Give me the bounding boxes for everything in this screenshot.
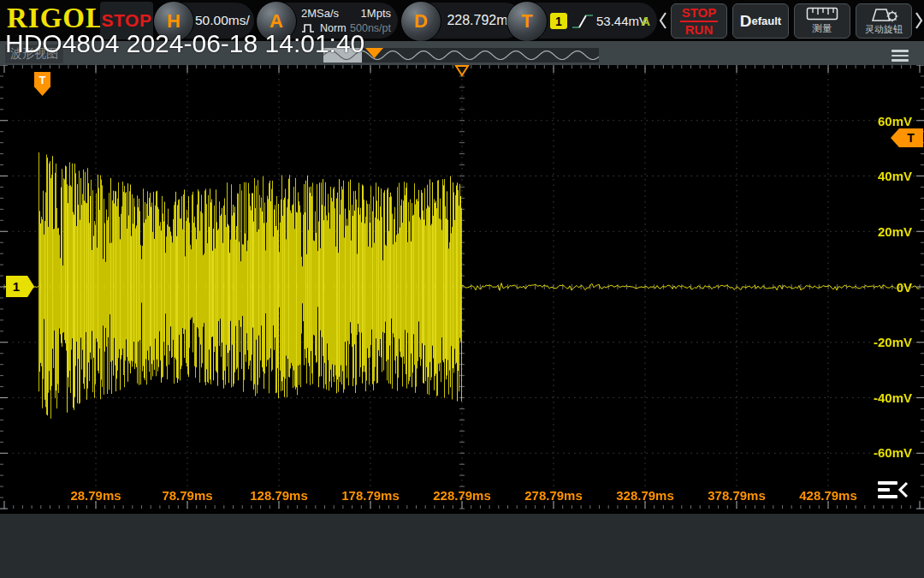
oscilloscope-screen: RIGOL STOP H 50.00ms/ A 2MSa/s 1Mpts Nor… <box>0 0 924 578</box>
voltage-label: 20mV <box>852 224 912 239</box>
stop-run-line2: RUN <box>685 23 714 37</box>
time-label: 278.79ms <box>515 488 592 503</box>
time-label: 28.79ms <box>57 488 134 503</box>
delay-knob[interactable]: D <box>400 1 441 42</box>
trigger-position-marker[interactable] <box>454 65 470 77</box>
flex-knob-button[interactable]: 灵动旋钮 <box>856 3 912 39</box>
voltage-label: 60mV <box>852 114 912 128</box>
stop-run-button[interactable]: STOP RUN <box>671 3 727 39</box>
voltage-label: 40mV <box>852 169 912 183</box>
bottom-channel-bar: ⚙ R CH1 20.00mV/ 0.00V CH2 50.00mV/ 0.00… <box>0 514 924 578</box>
menu-hamburger-icon[interactable] <box>891 47 909 64</box>
measure-button[interactable]: 测量 <box>794 3 850 39</box>
time-label: 428.79ms <box>790 488 867 503</box>
trigger-status: A <box>641 14 650 28</box>
timebase-scale: 50.00ms/ <box>195 13 249 28</box>
memory-depth: 1Mpts <box>361 7 391 20</box>
voltage-label: -40mV <box>852 390 912 405</box>
knob-icon <box>868 7 899 22</box>
delay-key-label: D <box>414 10 428 33</box>
trigger-settings-group[interactable]: T 1 53.44mV A <box>507 3 657 39</box>
trigger-key-label: T <box>521 10 532 33</box>
trigger-source-badge: 1 <box>550 13 567 29</box>
acquisition-status: STOP <box>102 10 152 31</box>
default-button[interactable]: Default <box>732 3 789 39</box>
voltage-label-zero: 0V <box>852 280 912 295</box>
collapse-chevron-icon <box>897 480 909 499</box>
sample-rate: 2MSa/s <box>301 7 339 20</box>
delay-settings-group[interactable]: D 228.792ms <box>401 3 523 39</box>
time-label: 228.79ms <box>424 488 500 503</box>
time-label: 328.79ms <box>607 488 684 503</box>
time-label: 128.79ms <box>240 488 317 503</box>
waveform-display-area[interactable] <box>0 65 924 514</box>
time-label: 178.79ms <box>332 488 409 503</box>
menu-collapse-icon[interactable] <box>878 480 910 502</box>
ruler-icon <box>806 7 838 21</box>
chevron-right-icon[interactable] <box>915 11 923 30</box>
measure-label: 测量 <box>813 22 832 35</box>
voltage-label: -20mV <box>852 335 912 349</box>
default-rest: efault <box>752 15 782 27</box>
trigger-knob[interactable]: T <box>506 1 548 42</box>
trigger-level-value: 53.44mV <box>596 14 648 28</box>
chevron-left-icon[interactable] <box>659 11 667 30</box>
flex-knob-label: 灵动旋钮 <box>865 23 903 36</box>
time-label: 78.79ms <box>149 488 226 503</box>
voltage-label: -60mV <box>852 445 912 460</box>
default-initial: D <box>740 12 752 31</box>
time-label: 378.79ms <box>698 488 775 503</box>
system-message-overlay: HDO4804 2024-06-18 14:01:40 <box>5 29 364 58</box>
rising-edge-icon <box>571 10 595 33</box>
stop-run-line1: STOP <box>682 6 717 20</box>
